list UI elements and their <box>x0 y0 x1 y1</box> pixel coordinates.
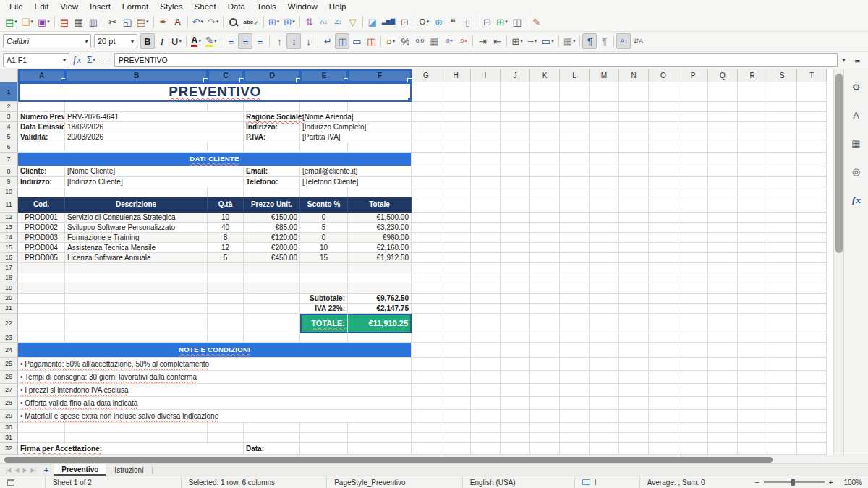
print-icon[interactable]: ▦ <box>72 14 86 30</box>
cell-S27[interactable] <box>767 384 797 397</box>
cell-E15[interactable]: 10 <box>300 243 348 253</box>
cell-I29[interactable] <box>471 410 501 423</box>
cell-D14[interactable]: €120.00 <box>244 233 300 243</box>
cell-J27[interactable] <box>501 384 530 397</box>
cell-G16[interactable] <box>412 253 441 263</box>
cell-D4[interactable]: Indirizzo: <box>244 122 300 132</box>
cell-H10[interactable] <box>441 187 471 197</box>
cell-S4[interactable] <box>767 122 797 132</box>
cell-R24[interactable] <box>738 343 767 358</box>
cell-T20[interactable] <box>797 294 827 304</box>
cell-G27[interactable] <box>412 384 441 397</box>
cell-T4[interactable] <box>797 122 827 132</box>
cell-O4[interactable] <box>649 122 678 132</box>
sheet-tab-preventivo[interactable]: Preventivo <box>54 464 106 476</box>
cell-Q24[interactable] <box>708 343 738 358</box>
cell-T32[interactable] <box>797 443 827 455</box>
cell-M30[interactable] <box>590 423 619 433</box>
cell-B11[interactable]: Descrizione <box>65 197 208 213</box>
cell-M8[interactable] <box>590 166 619 177</box>
cell-E20[interactable]: Subtotale: <box>300 294 348 304</box>
cell-A17[interactable] <box>18 263 65 273</box>
name-box[interactable]: A1:F1 ▾ <box>3 53 69 67</box>
cell-P19[interactable] <box>678 283 708 294</box>
cell-P18[interactable] <box>678 273 708 283</box>
col-header-J[interactable]: J <box>501 69 530 82</box>
zoom-level[interactable]: 100% <box>838 479 862 487</box>
cell-H29[interactable] <box>441 410 471 423</box>
header-footer-icon[interactable]: ▯ <box>460 14 475 30</box>
cell-A25[interactable]: • Pagamento: 50% all'accettazione, 50% a… <box>18 358 412 371</box>
cell-N15[interactable] <box>619 243 649 253</box>
cell-N21[interactable] <box>619 304 649 314</box>
cell-F17[interactable] <box>348 263 412 273</box>
vertical-scrollbar-thumb[interactable] <box>835 74 843 253</box>
cell-T17[interactable] <box>797 263 827 273</box>
cell-J22[interactable] <box>501 314 530 333</box>
cell-A21[interactable] <box>18 304 65 314</box>
insert-comment-icon[interactable]: ❝ <box>446 14 460 30</box>
cell-K8[interactable] <box>530 166 560 177</box>
decrease-indent-icon[interactable]: ⇤ <box>490 33 504 49</box>
cell-N29[interactable] <box>619 410 649 423</box>
row-header-15[interactable]: 15 <box>0 243 18 253</box>
cell-T11[interactable] <box>797 197 827 213</box>
menu-format[interactable]: Format <box>117 1 153 12</box>
cell-I19[interactable] <box>471 283 501 294</box>
cell-M7[interactable] <box>590 153 619 166</box>
cell-H4[interactable] <box>441 122 471 132</box>
col-header-G[interactable]: G <box>412 69 441 82</box>
align-center-icon[interactable]: ≡ <box>238 33 252 49</box>
cell-B22[interactable] <box>65 314 208 333</box>
cell-L1[interactable] <box>560 82 590 102</box>
cell-B10[interactable] <box>65 187 208 197</box>
cell-N26[interactable] <box>619 371 649 384</box>
cell-O5[interactable] <box>649 132 678 142</box>
col-header-T[interactable]: T <box>797 69 827 82</box>
cell-J7[interactable] <box>501 153 530 166</box>
cell-K2[interactable] <box>530 102 560 112</box>
cell-H18[interactable] <box>441 273 471 283</box>
cell-B18[interactable] <box>65 273 208 283</box>
cell-P11[interactable] <box>678 197 708 213</box>
cell-K15[interactable] <box>530 243 560 253</box>
col-header-E[interactable]: E <box>300 69 348 82</box>
insert-object-icon[interactable]: ⊡ <box>397 14 412 30</box>
cell-B14[interactable]: Formazione e Training <box>65 233 208 243</box>
cell-B31[interactable] <box>65 433 208 443</box>
cell-J14[interactable] <box>501 233 530 243</box>
col-header-K[interactable]: K <box>530 69 560 82</box>
cell-R16[interactable] <box>738 253 767 263</box>
cell-B15[interactable]: Assistenza Tecnica Mensile <box>65 243 208 253</box>
cell-P24[interactable] <box>678 343 708 358</box>
cell-A24[interactable]: NOTE E CONDIZIONI <box>18 343 412 358</box>
cell-A13[interactable]: PROD002 <box>18 223 65 233</box>
cell-T10[interactable] <box>797 187 827 197</box>
cell-C22[interactable] <box>208 314 244 333</box>
cell-D21[interactable] <box>244 304 300 314</box>
cell-A26[interactable]: • Tempi di consegna: 30 giorni lavorativ… <box>18 371 412 384</box>
cell-L2[interactable] <box>560 102 590 112</box>
cell-G8[interactable] <box>412 166 441 177</box>
cell-M29[interactable] <box>590 410 619 423</box>
cell-M27[interactable] <box>590 384 619 397</box>
cell-N8[interactable] <box>619 166 649 177</box>
cell-F21[interactable]: €2,147.75 <box>348 304 412 314</box>
cell-O18[interactable] <box>649 273 678 283</box>
menu-sheet[interactable]: Sheet <box>190 1 221 12</box>
cell-K28[interactable] <box>530 397 560 410</box>
cell-H7[interactable] <box>441 153 471 166</box>
cell-G2[interactable] <box>412 102 441 112</box>
page-style[interactable]: PageStyle_Preventivo <box>327 476 463 488</box>
cell-I23[interactable] <box>471 333 501 343</box>
cell-B2[interactable] <box>65 102 208 112</box>
cell-K27[interactable] <box>530 384 560 397</box>
cell-D30[interactable] <box>244 423 300 433</box>
cell-A19[interactable] <box>18 283 65 294</box>
align-bottom-icon[interactable]: ↓ <box>301 33 315 49</box>
increase-indent-icon[interactable]: ⇥ <box>475 33 490 49</box>
row-header-13[interactable]: 13 <box>0 223 18 233</box>
cell-M31[interactable] <box>590 433 619 443</box>
cell-R10[interactable] <box>738 187 767 197</box>
cell-E23[interactable] <box>300 333 348 343</box>
